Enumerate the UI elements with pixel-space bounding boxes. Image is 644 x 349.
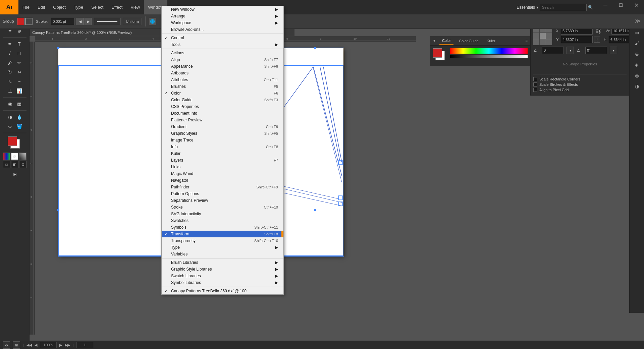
submenu-arrow: ▶ <box>275 245 278 250</box>
submenu-arrow: ▶ <box>275 267 278 272</box>
menu-appearance[interactable]: Appearance Shift+F6 <box>162 63 283 70</box>
menu-info[interactable]: Info Ctrl+F8 <box>162 143 283 150</box>
menu-artboards[interactable]: Artboards <box>162 70 283 76</box>
shortcut-text: Shift+F8 <box>254 232 278 236</box>
menu-item-text: Links <box>171 165 180 169</box>
shortcut-text: Shift+F3 <box>254 98 278 102</box>
menu-color[interactable]: ✓ Color F6 <box>162 90 283 97</box>
submenu-arrow: ▶ <box>275 274 278 278</box>
check-icon: ✓ <box>164 232 168 236</box>
menu-item-text: Stroke <box>171 205 183 210</box>
menu-stroke[interactable]: Stroke Ctrl+F10 <box>162 204 283 211</box>
menu-graphic-styles[interactable]: Graphic Styles Shift+F5 <box>162 130 283 137</box>
shortcut-text: F5 <box>264 84 278 89</box>
menu-color-guide[interactable]: Color Guide Shift+F3 <box>162 97 283 103</box>
menu-item-text: Actions <box>171 51 184 55</box>
minimize-button[interactable]: ─ <box>598 0 613 10</box>
shortcut-text: Shift+F5 <box>254 131 278 135</box>
menu-swatches[interactable]: Swatches <box>162 217 283 224</box>
menu-control[interactable]: ✓ Control <box>162 35 283 41</box>
shortcut-text: Ctrl+F8 <box>256 145 278 149</box>
menu-item-text: Color Guide <box>171 98 193 102</box>
menu-canopy-file[interactable]: ✓ Canopy Patterns TreeBella 360.dxf @ 10… <box>162 288 283 294</box>
shortcut-text: Shift+F6 <box>254 64 278 68</box>
shortcut-text: Shift+Ctrl+F11 <box>244 225 278 229</box>
menu-transform[interactable]: ✓ Transform Shift+F8 <box>162 231 283 237</box>
menu-item-text: Graphic Style Libraries <box>171 267 212 272</box>
menu-item-text: Kuler <box>171 151 180 156</box>
menu-item-text: Image Trace <box>171 138 194 142</box>
shortcut-text: Shift+Ctrl+F9 <box>246 185 278 189</box>
shortcut-text: Ctrl+F11 <box>254 78 278 82</box>
menu-item-text: New Window <box>171 7 195 12</box>
menu-gradient[interactable]: Gradient Ctrl+F9 <box>162 123 283 130</box>
menu-item-text: Color <box>171 91 181 96</box>
menu-arrange[interactable]: Arrange ▶ <box>162 13 283 19</box>
dropdown-overlay[interactable]: New Window ▶ Arrange ▶ Workspace ▶ Brows… <box>0 0 644 349</box>
menu-type[interactable]: Type ▶ <box>162 244 283 251</box>
check-icon: ✓ <box>164 91 168 96</box>
menu-kuler[interactable]: Kuler <box>162 150 283 157</box>
menu-transparency[interactable]: Transparency Shift+Ctrl+F10 <box>162 237 283 244</box>
menu-workspace[interactable]: Workspace ▶ <box>162 19 283 26</box>
menu-item-text: Workspace <box>171 20 191 25</box>
close-button[interactable]: ✕ <box>629 0 644 10</box>
submenu-arrow: ▶ <box>275 280 278 285</box>
menu-links[interactable]: Links <box>162 164 283 170</box>
menu-brush-libraries[interactable]: Brush Libraries ▶ <box>162 259 283 266</box>
menu-css-properties[interactable]: CSS Properties <box>162 103 283 110</box>
active-indicator <box>281 231 283 237</box>
menu-item-text: SVG Interactivity <box>171 212 201 216</box>
menu-align[interactable]: Align Shift+F7 <box>162 56 283 63</box>
menu-document-info[interactable]: Document Info <box>162 110 283 117</box>
window-menu-dropdown: New Window ▶ Arrange ▶ Workspace ▶ Brows… <box>161 6 284 295</box>
menu-item-text: Align <box>171 57 180 62</box>
menu-item-text: Pathfinder <box>171 185 190 189</box>
menu-item-text: Transform <box>171 232 189 236</box>
menu-pattern-options[interactable]: Pattern Options <box>162 190 283 197</box>
menu-brushes[interactable]: Brushes F5 <box>162 83 283 90</box>
menu-swatch-libraries[interactable]: Swatch Libraries ▶ <box>162 273 283 279</box>
menu-browse-addons[interactable]: Browse Add-ons... <box>162 26 283 33</box>
menu-item-text: Brush Libraries <box>171 260 198 265</box>
menu-variables[interactable]: Variables <box>162 251 283 257</box>
menu-item-text: Document Info <box>171 111 197 116</box>
menu-item-text: Tools <box>171 42 180 47</box>
menu-item-text: Symbols <box>171 225 186 230</box>
menu-attributes[interactable]: Attributes Ctrl+F11 <box>162 76 283 83</box>
shortcut-text: F7 <box>264 158 278 162</box>
check-icon: ✓ <box>164 289 168 293</box>
menu-divider-2 <box>162 49 283 49</box>
menu-item-text: Control <box>171 36 184 40</box>
menu-symbol-libraries[interactable]: Symbol Libraries ▶ <box>162 279 283 286</box>
menu-item-text: Browse Add-ons... <box>171 27 204 32</box>
menu-graphic-style-libraries[interactable]: Graphic Style Libraries ▶ <box>162 266 283 273</box>
menu-layers[interactable]: Layers F7 <box>162 157 283 164</box>
shortcut-text: Shift+F7 <box>254 58 278 62</box>
shortcut-text: Ctrl+F9 <box>256 125 278 129</box>
menu-actions[interactable]: Actions <box>162 50 283 56</box>
menu-image-trace[interactable]: Image Trace <box>162 137 283 143</box>
menu-svg-interactivity[interactable]: SVG Interactivity <box>162 211 283 217</box>
menu-magic-wand[interactable]: Magic Wand <box>162 170 283 177</box>
menu-item-text: Appearance <box>171 64 193 69</box>
menu-item-text: Attributes <box>171 77 188 82</box>
menu-item-text: Pattern Options <box>171 191 199 196</box>
check-icon: ✓ <box>164 36 168 40</box>
menu-item-text: Swatch Libraries <box>171 274 201 278</box>
menu-separations-preview[interactable]: Separations Preview <box>162 197 283 204</box>
menu-new-window[interactable]: New Window ▶ <box>162 6 283 13</box>
submenu-arrow: ▶ <box>275 260 278 265</box>
menu-item-text: Variables <box>171 252 187 256</box>
menu-flattener-preview[interactable]: Flattener Preview <box>162 117 283 123</box>
menu-item-text: Magic Wand <box>171 171 193 176</box>
menu-item-text: Brushes <box>171 84 186 89</box>
maximize-button[interactable]: □ <box>613 0 629 10</box>
menu-symbols[interactable]: Symbols Shift+Ctrl+F11 <box>162 224 283 231</box>
menu-pathfinder[interactable]: Pathfinder Shift+Ctrl+F9 <box>162 184 283 190</box>
menu-item-text: Separations Preview <box>171 198 208 203</box>
shortcut-text: Shift+Ctrl+F10 <box>244 239 278 243</box>
menu-navigator[interactable]: Navigator <box>162 177 283 184</box>
menu-tools[interactable]: Tools ▶ <box>162 41 283 48</box>
shortcut-text: Ctrl+F10 <box>254 205 278 209</box>
